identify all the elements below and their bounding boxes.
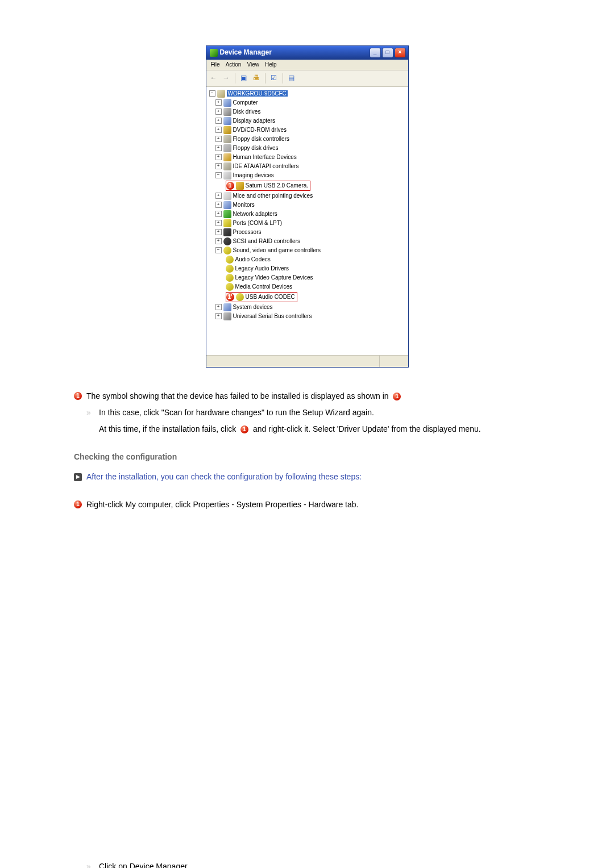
expand-icon[interactable]: + (215, 193, 222, 199)
port-icon (223, 219, 231, 227)
node-mice[interactable]: +Mice and other pointing devices (209, 191, 406, 201)
window-title: Device Manager (220, 49, 272, 57)
after-install-text: After the installation, you can check th… (86, 471, 540, 483)
node-audio-codecs[interactable]: Audio Codecs (209, 255, 406, 264)
node-scsi[interactable]: +SCSI and RAID controllers (209, 237, 406, 246)
node-media-ctrl[interactable]: Media Control Devices (209, 282, 406, 291)
properties-icon[interactable]: ☑ (269, 73, 279, 84)
node-ports[interactable]: +Ports (COM & LPT) (209, 219, 406, 228)
node-hid[interactable]: +Human Interface Devices (209, 153, 406, 162)
step-2-text: Click on Device Manager. (99, 861, 540, 869)
node-usb[interactable]: +Universal Serial Bus controllers (209, 312, 406, 321)
node-label: Imaging devices (233, 172, 274, 179)
menu-help[interactable]: Help (265, 61, 277, 68)
fail-text: The symbol showing that the device has f… (86, 391, 389, 400)
expand-icon[interactable]: + (215, 145, 222, 151)
node-label: IDE ATA/ATAPI controllers (233, 163, 299, 170)
step-1-line: 1 Right-click My computer, click Propert… (74, 499, 540, 511)
menu-action[interactable]: Action (226, 61, 242, 68)
tree-root[interactable]: − WORKGROU-9D5CFC (209, 89, 406, 98)
imaging-icon (223, 172, 231, 180)
callout-badge-1: 1 (74, 392, 82, 400)
node-label: Network adapters (233, 211, 277, 218)
titlebar: Device Manager _ □ × (206, 46, 408, 60)
codec-icon (226, 283, 234, 291)
expand-icon[interactable]: + (215, 127, 222, 133)
expand-icon[interactable]: + (215, 154, 222, 160)
scan-hardware-icon[interactable]: ▤ (287, 73, 297, 84)
node-usb-audio[interactable]: 1' USB Audio CODEC (209, 291, 406, 303)
menubar: File Action View Help (206, 60, 408, 70)
collapse-icon[interactable]: − (215, 247, 222, 253)
node-monitors[interactable]: +Monitors (209, 201, 406, 210)
chevron-icon: » (86, 408, 94, 416)
expand-icon[interactable]: + (215, 202, 222, 208)
sound-icon (223, 247, 231, 254)
disk-icon (223, 108, 231, 116)
callout-badge-1: 1 (240, 425, 248, 433)
node-computer[interactable]: +Computer (209, 98, 406, 107)
node-legacy-video[interactable]: Legacy Video Capture Devices (209, 273, 406, 282)
menu-file[interactable]: File (211, 61, 220, 68)
minimize-button[interactable]: _ (370, 48, 381, 58)
expand-icon[interactable]: + (215, 108, 222, 115)
node-camera[interactable]: 1 Saturn USB 2.0 Camera. (209, 180, 406, 191)
mouse-icon (223, 192, 231, 200)
node-label: SCSI and RAID controllers (233, 238, 300, 245)
step-2-line: » Click on Device Manager. (74, 861, 540, 869)
node-sound[interactable]: −Sound, video and game controllers (209, 246, 406, 255)
node-label: Mice and other pointing devices (233, 193, 313, 199)
node-label: Universal Serial Bus controllers (233, 313, 312, 320)
expand-icon[interactable]: + (215, 136, 222, 142)
node-ide[interactable]: +IDE ATA/ATAPI controllers (209, 162, 406, 171)
expand-icon[interactable]: + (215, 118, 222, 124)
expand-icon[interactable]: + (215, 99, 222, 106)
node-processors[interactable]: +Processors (209, 228, 406, 237)
node-system[interactable]: +System devices (209, 303, 406, 312)
back-icon[interactable]: ← (209, 73, 219, 84)
arrow-bullet-icon: ▶ (74, 473, 82, 481)
node-network[interactable]: +Network adapters (209, 210, 406, 219)
node-display[interactable]: +Display adapters (209, 116, 406, 126)
expand-icon[interactable]: + (215, 220, 222, 226)
expand-icon[interactable]: + (215, 229, 222, 235)
retry-text-b: and right-click it. Select 'Driver Updat… (253, 424, 481, 433)
expand-icon[interactable]: + (215, 304, 222, 310)
node-legacy-audio[interactable]: Legacy Audio Drivers (209, 264, 406, 273)
node-label: Legacy Audio Drivers (235, 265, 289, 272)
scsi-icon (223, 237, 231, 245)
toolbar: ← → ▣ 🖶 ☑ ▤ (206, 70, 408, 87)
statusbar (206, 355, 408, 367)
node-label: Computer (233, 99, 258, 106)
node-label: Processors (233, 229, 262, 236)
window-view-icon[interactable]: ▣ (239, 73, 249, 84)
node-floppy-ctrl[interactable]: +Floppy disk controllers (209, 135, 406, 144)
codec-icon (226, 265, 234, 273)
retry-text-a: At this time, if the installation fails,… (99, 424, 236, 433)
node-label: Sound, video and game controllers (233, 247, 321, 254)
node-imaging[interactable]: −Imaging devices (209, 171, 406, 180)
collapse-icon[interactable]: − (215, 172, 222, 178)
forward-icon[interactable]: → (221, 73, 231, 84)
expand-icon[interactable]: + (215, 313, 222, 319)
expand-icon[interactable]: + (215, 163, 222, 169)
fail-line: 1 The symbol showing that the device has… (74, 390, 540, 402)
node-label: Monitors (233, 202, 255, 208)
print-icon[interactable]: 🖶 (251, 73, 262, 84)
maximize-button[interactable]: □ (382, 48, 393, 58)
close-button[interactable]: × (395, 48, 406, 58)
node-floppy-drv[interactable]: +Floppy disk drives (209, 144, 406, 153)
callout-badge-1: 1 (74, 500, 82, 508)
node-label: Saturn USB 2.0 Camera. (246, 182, 309, 189)
after-install-line: ▶ After the installation, you can check … (74, 471, 540, 483)
node-disk[interactable]: +Disk drives (209, 107, 406, 116)
codec-icon (226, 256, 234, 264)
node-label: Disk drives (233, 108, 261, 115)
expand-icon[interactable]: + (215, 238, 222, 244)
hid-icon (223, 153, 231, 161)
collapse-icon[interactable]: − (209, 90, 215, 97)
expand-icon[interactable]: + (215, 211, 222, 217)
system-icon (223, 303, 231, 311)
menu-view[interactable]: View (247, 61, 259, 68)
node-dvd[interactable]: +DVD/CD-ROM drives (209, 126, 406, 135)
